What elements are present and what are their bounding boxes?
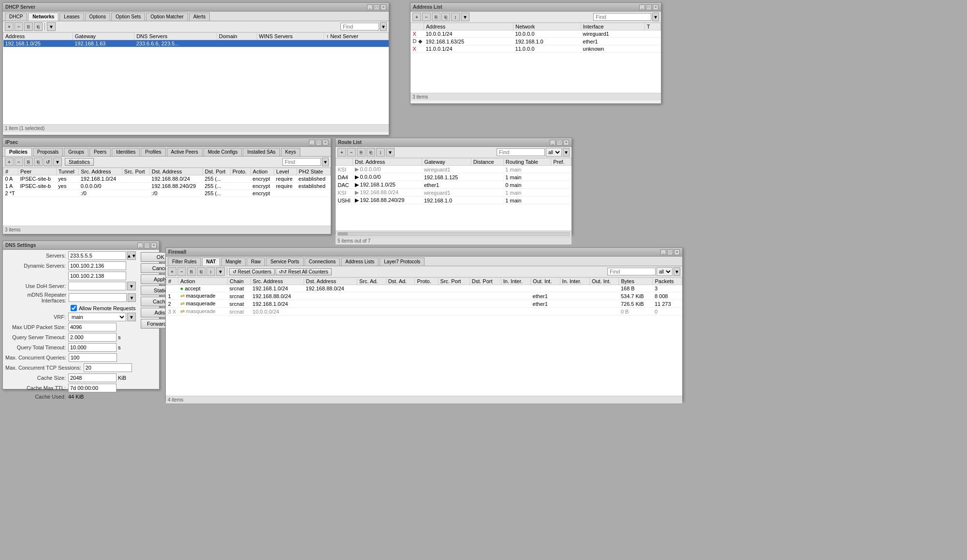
paste-btn[interactable]: ⎗: [34, 22, 43, 31]
servers-spin[interactable]: ▲▼: [127, 251, 136, 260]
route-search[interactable]: [497, 148, 545, 156]
tab-installed-sas[interactable]: Installed SAs: [243, 148, 279, 156]
col-addr-network[interactable]: Network: [513, 23, 581, 30]
route-scrollbar[interactable]: [337, 232, 570, 236]
col-dst[interactable]: Dst. Address: [353, 158, 422, 166]
ipsec-add[interactable]: +: [5, 158, 14, 166]
max-tcp-input[interactable]: [84, 363, 132, 372]
addr-copy[interactable]: ⎘: [432, 13, 440, 21]
col-out-int2[interactable]: Out. Int.: [589, 278, 619, 285]
table-row[interactable]: DA4 ▶ 0.0.0.0/0 192.168.1.125 1 main: [336, 173, 571, 181]
col-addr-interface[interactable]: Interface: [581, 23, 645, 30]
col-tunnel[interactable]: Tunnel: [56, 168, 78, 175]
doh-spin[interactable]: ▼: [127, 282, 136, 290]
tab-keys[interactable]: Keys: [281, 148, 300, 156]
ipsec-minimize[interactable]: _: [309, 140, 315, 145]
remove-btn[interactable]: −: [15, 22, 23, 31]
tab-alerts[interactable]: Alerts: [189, 13, 210, 21]
fw-maximize[interactable]: □: [667, 249, 673, 255]
dynamic-servers-input1[interactable]: [68, 261, 126, 270]
col-proto[interactable]: Proto.: [415, 278, 438, 285]
col-src-ad[interactable]: Src. Ad.: [357, 278, 386, 285]
dhcp-search[interactable]: [340, 23, 379, 30]
tab-groups[interactable]: Groups: [64, 148, 88, 156]
col-routing-table[interactable]: Routing Table: [503, 158, 551, 166]
col-flag[interactable]: [336, 158, 353, 166]
col-next[interactable]: ↑ Next Server: [324, 33, 389, 40]
table-row[interactable]: 3 X ⇌ masquerade srcnat 10.0.0.0/24 0 B: [166, 308, 682, 316]
vrf-select[interactable]: main: [68, 313, 126, 321]
col-addr-address[interactable]: Address: [424, 23, 513, 30]
col-dns[interactable]: DNS Servers: [134, 33, 217, 40]
col-dst-addr[interactable]: Dst. Address: [149, 168, 203, 175]
reset-all-counters-btn[interactable]: ↺↺ Reset All Counters: [276, 268, 332, 275]
addr-dropdown[interactable]: ▼: [652, 13, 659, 21]
col-in-inter[interactable]: In. Inter.: [501, 278, 530, 285]
dhcp-close[interactable]: ×: [381, 4, 386, 10]
fw-copy[interactable]: ⎘: [187, 267, 196, 276]
max-concurrent-input[interactable]: [69, 353, 117, 362]
col-src-addr[interactable]: Src. Address: [79, 168, 122, 175]
cache-size-input[interactable]: [68, 373, 117, 382]
filter-btn[interactable]: ▼: [47, 22, 56, 31]
table-row[interactable]: USHI ▶ 192.168.88.240/29 192.168.1.0 1 m…: [336, 197, 571, 204]
col-action[interactable]: Action: [178, 278, 228, 285]
fw-add[interactable]: +: [168, 267, 176, 276]
copy-btn[interactable]: ⎘: [24, 22, 33, 31]
col-domain[interactable]: Domain: [217, 33, 257, 40]
col-ph2[interactable]: PH2 State: [296, 168, 330, 175]
reset-counters-btn[interactable]: ↺ Reset Counters: [229, 268, 275, 275]
col-num[interactable]: #: [3, 168, 18, 175]
addr-minimize[interactable]: _: [639, 4, 645, 10]
col-out-int[interactable]: Out. Int.: [531, 278, 560, 285]
table-row[interactable]: KSI ▶ 192.168.88.0/24 wireguard1 1 main: [336, 189, 571, 197]
ipsec-filter[interactable]: ▼: [53, 158, 62, 166]
route-paste[interactable]: ⎗: [366, 148, 375, 157]
tab-networks[interactable]: Networks: [28, 13, 59, 21]
col-chain[interactable]: Chain: [228, 278, 251, 285]
dynamic-servers-input2[interactable]: [68, 272, 126, 280]
col-gw[interactable]: Gateway: [422, 158, 471, 166]
fw-search[interactable]: [607, 268, 656, 275]
tab-options[interactable]: Options: [85, 13, 110, 21]
tab-connections[interactable]: Connections: [305, 258, 340, 266]
doh-input[interactable]: [68, 282, 126, 290]
mdns-input[interactable]: [69, 293, 127, 302]
col-dst-port[interactable]: Dst. Port: [469, 278, 501, 285]
tab-profiles[interactable]: Profiles: [141, 148, 165, 156]
route-maximize[interactable]: □: [557, 140, 562, 145]
col-flag[interactable]: [411, 23, 424, 30]
ipsec-copy[interactable]: ⎘: [24, 158, 33, 166]
col-dst-address[interactable]: Dst. Address: [304, 278, 357, 285]
table-row[interactable]: DAC ▶ 192.168.1.0/25 ether1 0 main: [336, 181, 571, 189]
tab-address-lists[interactable]: Address Lists: [341, 258, 379, 266]
col-in-inter2[interactable]: In. Inter.: [560, 278, 589, 285]
dhcp-minimize[interactable]: _: [367, 4, 373, 10]
max-udp-input[interactable]: [68, 323, 117, 331]
statistics-btn[interactable]: Statistics: [65, 158, 94, 166]
ipsec-remove[interactable]: −: [15, 158, 23, 166]
tab-identities[interactable]: Identities: [112, 148, 140, 156]
mdns-spin[interactable]: ▼: [128, 293, 136, 302]
cache-ttl-input[interactable]: [68, 384, 117, 392]
add-btn[interactable]: +: [5, 22, 14, 31]
addr-remove[interactable]: −: [422, 13, 431, 21]
fw-close[interactable]: ×: [674, 249, 680, 255]
table-row[interactable]: 192.168.1.0/25 192.168.1.63 233.6.6.6, 2…: [3, 40, 389, 47]
tab-mangle[interactable]: Mangle: [221, 258, 246, 266]
addr-search[interactable]: [593, 13, 651, 21]
allow-remote-checkbox[interactable]: [71, 305, 77, 311]
ipsec-paste[interactable]: ⎗: [34, 158, 43, 166]
route-add[interactable]: +: [337, 148, 346, 157]
table-row[interactable]: 0 A IPSEC-site-b yes 192.168.1.0/24 192.…: [3, 175, 331, 183]
col-peer[interactable]: Peer: [18, 168, 57, 175]
ipsec-search[interactable]: [282, 158, 321, 166]
ipsec-maximize[interactable]: □: [316, 140, 322, 145]
table-row[interactable]: 1 ⇌ masquerade srcnat 192.168.88.0/24 et…: [166, 292, 682, 300]
route-sort[interactable]: ↕: [376, 148, 385, 157]
tab-mode-configs[interactable]: Mode Configs: [204, 148, 242, 156]
route-copy[interactable]: ⎘: [357, 148, 366, 157]
tab-service-ports[interactable]: Service Ports: [266, 258, 303, 266]
scroll-thumb[interactable]: [338, 232, 348, 235]
table-row[interactable]: D ◆ 192.168.1.63/25 192.168.1.0 ether1: [411, 38, 661, 45]
